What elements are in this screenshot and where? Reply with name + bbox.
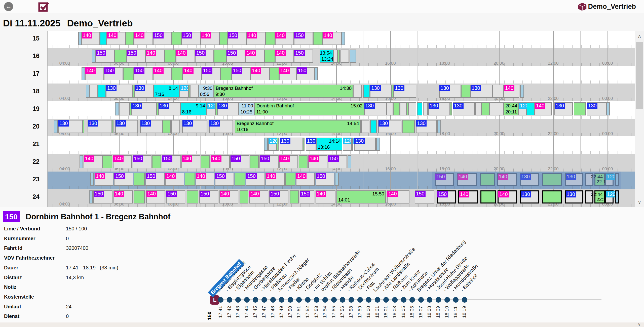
trip-block[interactable]: 150: [297, 67, 314, 80]
green-block[interactable]: [461, 85, 471, 98]
cyan-block[interactable]: [417, 102, 423, 115]
green-block[interactable]: [393, 102, 400, 115]
trip-block[interactable]: 120: [207, 102, 215, 115]
lightblue-block[interactable]: [376, 138, 380, 151]
cyan-time-block[interactable]: 9:148:16: [181, 102, 207, 115]
lightblue-time-block[interactable]: 11:0010:25: [239, 102, 255, 115]
green-block[interactable]: [214, 50, 226, 63]
trip-block[interactable]: 130: [520, 190, 539, 203]
trip-block[interactable]: 150: [114, 173, 133, 186]
gray-block[interactable]: [408, 102, 416, 115]
lightblue-block[interactable]: [80, 155, 83, 168]
gray-block[interactable]: [340, 50, 349, 63]
green-block[interactable]: [240, 190, 248, 203]
trip-block[interactable]: 120: [179, 85, 188, 98]
trip-block[interactable]: 130: [134, 85, 153, 98]
green-block[interactable]: [188, 85, 190, 98]
trip-block[interactable]: 150: [153, 32, 172, 45]
trip-block[interactable]: 130: [209, 120, 233, 133]
green-block[interactable]: [392, 85, 394, 98]
trip-block[interactable]: 120: [268, 138, 277, 151]
green-block[interactable]: [219, 32, 228, 45]
trip-block[interactable]: 140: [183, 67, 202, 80]
green-block[interactable]: [250, 155, 259, 168]
trip-block[interactable]: 120: [343, 138, 351, 151]
green-block[interactable]: [270, 67, 279, 80]
green-block[interactable]: [172, 32, 181, 45]
cyan-block[interactable]: [370, 120, 377, 133]
trip-block[interactable]: 140: [84, 155, 102, 168]
lightblue-block[interactable]: [520, 85, 524, 98]
lightblue-block[interactable]: [335, 173, 339, 186]
trip-block[interactable]: 140: [275, 50, 294, 63]
lightblue-block[interactable]: [342, 32, 345, 45]
scrollbar-thumb[interactable]: [636, 42, 643, 109]
green-block[interactable]: [290, 190, 299, 203]
lightblue-block[interactable]: [82, 67, 85, 80]
green-block[interactable]: [264, 50, 275, 63]
back-icon[interactable]: ←: [4, 2, 13, 11]
green-block[interactable]: [112, 120, 113, 133]
trip-block[interactable]: 150: [127, 50, 145, 63]
trip-block[interactable]: 130: [416, 120, 437, 133]
trip-block[interactable]: 140: [200, 32, 219, 45]
trip-block[interactable]: 130: [88, 120, 112, 133]
trip-block[interactable]: 120: [519, 102, 526, 115]
gray-block[interactable]: [400, 102, 407, 115]
scroll-down-icon[interactable]: ∨: [635, 198, 644, 206]
trip-block[interactable]: 150: [294, 50, 313, 63]
trip-block[interactable]: 140: [145, 50, 164, 63]
trip-block[interactable]: 140: [279, 155, 298, 168]
trip-block[interactable]: 150: [145, 173, 164, 186]
gray-block[interactable]: [333, 50, 338, 63]
lightblue-block[interactable]: [264, 138, 268, 151]
trip-block[interactable]: 130: [182, 120, 207, 133]
trip-block[interactable]: 150: [232, 67, 250, 80]
green-block[interactable]: [277, 138, 278, 151]
lightblue-block[interactable]: [115, 102, 119, 115]
trip-block[interactable]: 150: [199, 190, 218, 203]
green-block[interactable]: [351, 138, 353, 151]
trip-block[interactable]: 130: [394, 85, 416, 98]
gray-block[interactable]: [171, 120, 180, 133]
trip-block[interactable]: 150: [162, 155, 181, 168]
trip-block[interactable]: 140: [95, 173, 113, 186]
green-block[interactable]: [172, 67, 183, 80]
vertical-scrollbar[interactable]: ∧ ∨: [635, 31, 644, 207]
gray-block[interactable]: [90, 85, 98, 98]
trip-block[interactable]: 150: [437, 190, 456, 203]
trip-block[interactable]: 150: [96, 50, 115, 63]
panel-scroll-down-icon[interactable]: ∨: [635, 322, 644, 327]
trip-block[interactable]: 130: [364, 102, 386, 115]
gray-block[interactable]: [386, 102, 393, 115]
lightblue-block[interactable]: [350, 50, 356, 63]
trip-block[interactable]: 130: [140, 120, 162, 133]
gray-block[interactable]: [489, 102, 504, 115]
trip-block[interactable]: 140: [82, 32, 100, 45]
trip-block[interactable]: 130: [354, 138, 376, 151]
trip-block[interactable]: 140: [181, 155, 200, 168]
trip-block[interactable]: 150: [133, 155, 151, 168]
trip-block[interactable]: 130: [115, 120, 138, 133]
trip-block[interactable]: 140: [535, 102, 552, 115]
trip-block[interactable]: 150: [104, 67, 123, 80]
gray-block[interactable]: [190, 85, 198, 98]
trip-block[interactable]: 150: [259, 155, 278, 168]
cyan-block[interactable]: [100, 32, 107, 45]
trip-block[interactable]: 130: [565, 190, 583, 203]
trip-block[interactable]: 140: [134, 32, 153, 45]
checkbox-icon[interactable]: [38, 1, 49, 12]
trip-block[interactable]: 140: [165, 173, 184, 186]
green-block[interactable]: [299, 155, 308, 168]
trip-block[interactable]: 140: [113, 190, 132, 203]
trip-block[interactable]: 150: [294, 32, 313, 45]
trip-block[interactable]: 140: [498, 190, 517, 203]
trip-block[interactable]: 130: [131, 102, 156, 115]
trip-block[interactable]: 140: [316, 190, 336, 203]
green-block[interactable]: [542, 190, 562, 203]
scroll-up-icon[interactable]: ∧: [635, 32, 644, 40]
gray-block[interactable]: [423, 102, 428, 115]
trip-block[interactable]: 140: [387, 190, 409, 203]
green-block[interactable]: [129, 102, 131, 115]
green-block[interactable]: [185, 173, 195, 186]
